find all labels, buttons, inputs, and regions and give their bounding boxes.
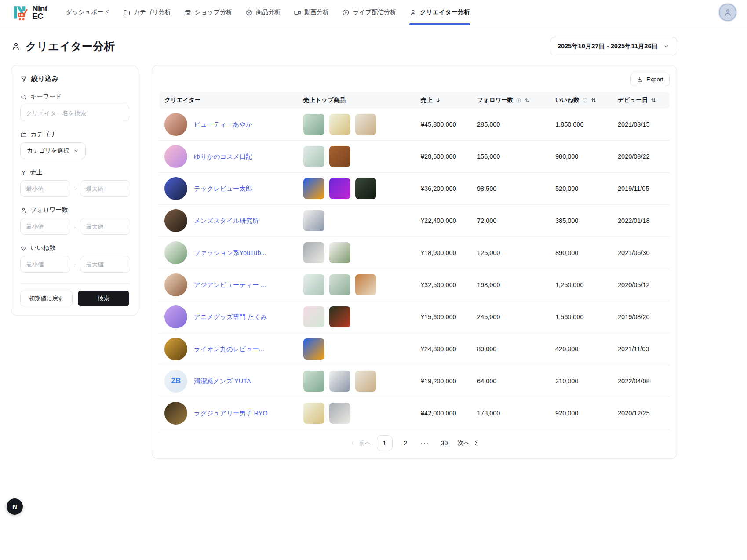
nav-item-dashboard[interactable]: ダッシュボード — [66, 0, 110, 25]
product-thumbnail[interactable] — [303, 274, 324, 295]
nav-item-creator[interactable]: クリエイター分析 — [409, 0, 470, 25]
sales-value: ¥28,600,000 — [415, 141, 472, 173]
followers-min-input[interactable] — [20, 218, 70, 235]
product-thumbnail[interactable] — [355, 178, 376, 199]
folder-icon — [20, 131, 27, 138]
product-thumbnail[interactable] — [329, 242, 350, 263]
product-thumbnail[interactable] — [303, 403, 324, 424]
export-button[interactable]: Export — [630, 73, 670, 86]
followers-value: 285,000 — [472, 109, 550, 141]
likes-min-input[interactable] — [20, 256, 70, 273]
product-thumbnail[interactable] — [303, 210, 324, 231]
column-header-5[interactable]: デビュー日 — [612, 92, 670, 109]
product-thumbnail[interactable] — [355, 371, 376, 392]
chat-widget-button[interactable]: N — [7, 498, 23, 515]
debut-date: 2021/03/15 — [612, 109, 670, 141]
pagination-prev[interactable]: 前へ — [350, 439, 371, 447]
nav-item-category[interactable]: カテゴリ分析 — [123, 0, 171, 25]
product-thumbnail[interactable] — [329, 371, 350, 392]
product-thumbnail[interactable] — [303, 178, 324, 199]
creator-name-link[interactable]: アニメグッズ専門 たくみ — [194, 313, 267, 321]
likes-value: 385,000 — [550, 205, 612, 237]
creator-name-link[interactable]: テックレビュー太郎 — [194, 185, 252, 193]
product-thumbnail[interactable] — [303, 146, 324, 167]
range-dash: - — [74, 185, 76, 192]
sales-max-input[interactable] — [80, 180, 130, 197]
keyword-search-input[interactable] — [20, 105, 129, 121]
search-button[interactable]: 検索 — [78, 291, 129, 306]
creator-avatar — [164, 273, 187, 296]
category-select[interactable]: カテゴリを選択 — [20, 142, 86, 159]
user-avatar-button[interactable] — [719, 4, 736, 21]
sales-min-input[interactable] — [20, 180, 70, 197]
creator-name-link[interactable]: アジアンビューティー ... — [194, 281, 266, 289]
sort-icon — [590, 97, 597, 103]
product-thumbnail[interactable] — [329, 306, 350, 327]
filter-title: 絞り込み — [20, 74, 129, 84]
product-thumbnail[interactable] — [303, 242, 324, 263]
product-thumbnail[interactable] — [355, 274, 376, 295]
date-range-picker[interactable]: 2025年10月27日 - 2025年11月26日 — [550, 37, 677, 55]
debut-date: 2020/08/22 — [612, 141, 670, 173]
content-area: 絞り込み キーワード カテゴリ カテゴリを選択 ¥ 売上 - フォロワー数 — [11, 65, 677, 459]
followers-filter-label: フォロワー数 — [20, 206, 129, 214]
creator-row: アジアンビューティー ...¥32,500,000198,0001,250,00… — [159, 269, 670, 301]
product-thumbnail[interactable] — [303, 306, 324, 327]
product-thumbnail[interactable] — [329, 114, 350, 135]
page-button-30[interactable]: 30 — [437, 435, 452, 451]
product-thumbnail[interactable] — [303, 371, 324, 392]
likes-value: 1,850,000 — [550, 109, 612, 141]
product-thumbnail[interactable] — [355, 114, 376, 135]
creator-row: ZB清潔感メンズ YUTA¥19,200,00064,000310,000202… — [159, 365, 670, 397]
nav-item-shop[interactable]: ショップ分析 — [184, 0, 232, 25]
creator-name-link[interactable]: 清潔感メンズ YUTA — [194, 377, 251, 385]
sort-icon — [524, 97, 530, 103]
chevron-down-icon — [663, 43, 670, 50]
followers-value: 89,000 — [472, 333, 550, 365]
column-header-2[interactable]: 売上 — [415, 92, 472, 109]
nav-item-live[interactable]: ライブ配信分析 — [342, 0, 396, 25]
nav-item-video[interactable]: 動画分析 — [294, 0, 329, 25]
page-header: クリエイター分析 2025年10月27日 - 2025年11月26日 — [11, 37, 677, 55]
main-nav: ダッシュボードカテゴリ分析ショップ分析商品分析動画分析ライブ配信分析クリエイター… — [66, 0, 470, 25]
creator-name-link[interactable]: ビューティーあやか — [194, 120, 252, 129]
creator-name-link[interactable]: ライオン丸のレビュー... — [194, 345, 264, 353]
reset-button[interactable]: 初期値に戻す — [20, 291, 73, 306]
product-thumbnail[interactable] — [329, 403, 350, 424]
product-thumbnail[interactable] — [303, 114, 324, 135]
store-icon — [184, 9, 192, 16]
likes-max-input[interactable] — [80, 256, 130, 273]
creator-row: ファッション系YouTub...¥18,900,000125,000890,00… — [159, 237, 670, 269]
column-header-4[interactable]: いいね数 — [550, 92, 612, 109]
likes-value: 310,000 — [550, 365, 612, 397]
sales-value: ¥45,800,000 — [415, 109, 472, 141]
creator-name-link[interactable]: ラグジュアリー男子 RYO — [194, 409, 268, 418]
video-icon — [294, 9, 301, 16]
cart-logo-icon — [11, 4, 29, 21]
creator-avatar — [164, 305, 187, 328]
page-button-1[interactable]: 1 — [377, 435, 393, 451]
brand-logo[interactable]: Nint EC — [11, 4, 47, 21]
heart-icon — [20, 245, 27, 251]
pagination-next[interactable]: 次へ — [458, 439, 479, 447]
page-button-2[interactable]: 2 — [398, 435, 414, 451]
nav-item-product[interactable]: 商品分析 — [245, 0, 281, 25]
chevron-left-icon — [350, 440, 356, 446]
info-icon — [582, 98, 588, 103]
funnel-icon — [20, 76, 27, 83]
product-thumbnail[interactable] — [329, 146, 350, 167]
creator-name-link[interactable]: ゆりかのコスメ日記 — [194, 153, 252, 161]
product-thumbnail[interactable] — [329, 274, 350, 295]
creator-row: ゆりかのコスメ日記¥28,600,000156,000980,0002020/0… — [159, 141, 670, 173]
followers-max-input[interactable] — [80, 218, 130, 235]
followers-range: - — [20, 218, 129, 235]
likes-value: 920,000 — [550, 397, 612, 429]
creator-name-link[interactable]: メンズスタイル研究所 — [194, 217, 259, 225]
debut-date: 2021/11/03 — [612, 333, 670, 365]
column-header-3[interactable]: フォロワー数 — [472, 92, 550, 109]
product-thumbnail[interactable] — [329, 178, 350, 199]
sales-value: ¥18,900,000 — [415, 237, 472, 269]
product-thumbnail[interactable] — [303, 338, 324, 360]
creator-name-link[interactable]: ファッション系YouTub... — [194, 249, 266, 257]
likes-range: - — [20, 256, 129, 273]
